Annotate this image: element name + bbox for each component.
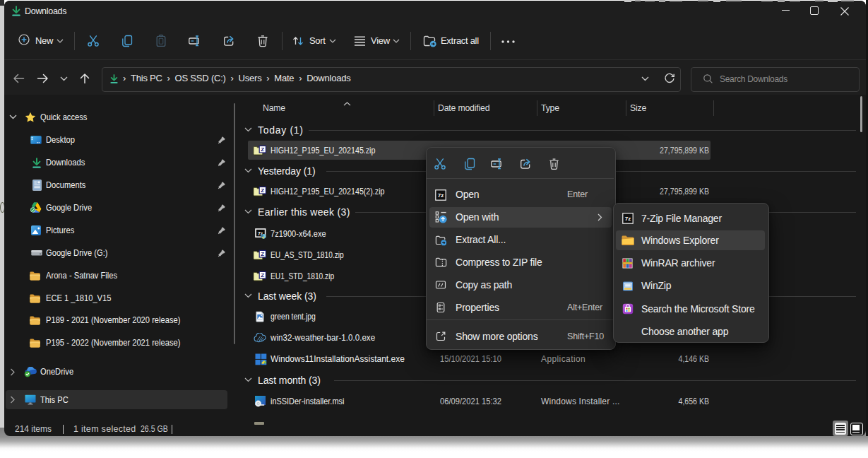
svg-text:Z: Z bbox=[261, 251, 264, 257]
svg-text:7z: 7z bbox=[625, 216, 631, 222]
svg-text:Z: Z bbox=[261, 187, 264, 194]
svg-text:7z: 7z bbox=[438, 192, 444, 199]
svg-text:Z: Z bbox=[261, 146, 264, 153]
svg-text:Z: Z bbox=[261, 272, 264, 278]
